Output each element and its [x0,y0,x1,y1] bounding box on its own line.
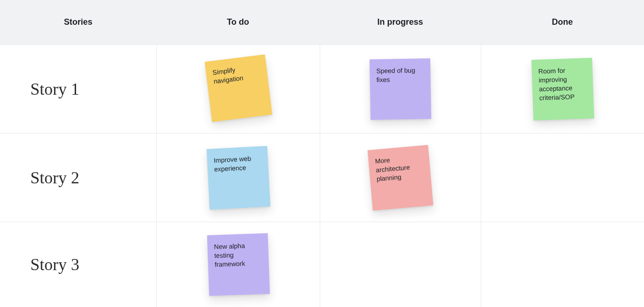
sticky-note[interactable]: Improve web experience [206,146,270,209]
cell-story1-done[interactable]: Room for improving acceptance criteria/S… [481,44,644,133]
cell-story2-inprogress[interactable]: More architecture planning [320,133,481,222]
column-header-label: Stories [64,17,92,27]
cell-story1-inprogress[interactable]: Speed of bug fixes [320,44,481,133]
cell-story3-todo[interactable]: New alpha testing framework [156,222,320,307]
column-header-done: Done [481,0,644,44]
cell-story3-done[interactable] [481,222,644,307]
column-header-inprogress: In progress [320,0,481,44]
kanban-board: Stories To do In progress Done Story 1 S… [0,0,644,307]
cell-story1-todo[interactable]: Simplify navigation [156,44,320,133]
story-label: Story 2 [30,168,79,188]
sticky-note[interactable]: Room for improving acceptance criteria/S… [531,57,594,120]
sticky-text: Room for improving acceptance criteria/S… [538,66,574,101]
cell-story2-todo[interactable]: Improve web experience [156,133,320,222]
sticky-text: Improve web experience [213,154,251,173]
sticky-text: More architecture planning [375,156,410,182]
story-row-label: Story 2 [0,133,156,222]
story-label: Story 3 [30,255,79,274]
sticky-note[interactable]: New alpha testing framework [207,233,269,296]
sticky-text: New alpha testing framework [214,242,245,268]
column-header-stories: Stories [0,0,156,44]
sticky-note[interactable]: Simplify navigation [204,54,272,122]
column-header-label: Done [552,17,573,27]
cell-story3-inprogress[interactable] [320,222,481,307]
sticky-text: Speed of bug fixes [376,66,415,83]
column-header-todo: To do [156,0,320,44]
sticky-note[interactable]: Speed of bug fixes [370,58,431,119]
story-row-label: Story 3 [0,222,156,307]
column-header-label: To do [227,17,249,27]
sticky-text: Simplify navigation [212,66,244,85]
column-header-label: In progress [377,17,423,27]
story-row-label: Story 1 [0,44,156,133]
story-label: Story 1 [30,79,79,99]
sticky-note[interactable]: More architecture planning [368,145,434,210]
cell-story2-done[interactable] [481,133,644,222]
